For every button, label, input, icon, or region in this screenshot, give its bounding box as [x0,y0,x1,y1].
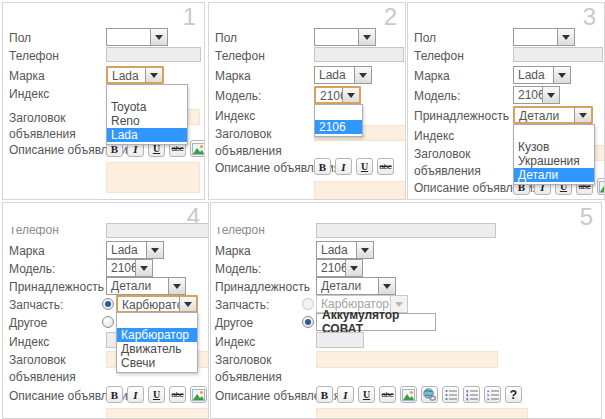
marka-select[interactable]: Lada [106,241,164,259]
strikethrough-button[interactable]: abe [377,158,394,175]
prinadlezhnost-select[interactable]: Детали [513,106,593,124]
chevron-down-icon[interactable] [358,29,375,45]
pol-select[interactable] [106,28,168,46]
dropdown-option[interactable]: Движатель [117,342,197,356]
chevron-down-icon[interactable] [145,68,162,82]
chevron-down-icon[interactable] [342,88,359,102]
marka-select-value: Lada [107,242,146,258]
step-number: 1 [183,3,196,31]
dropdown-option-empty[interactable] [514,125,594,140]
bold-button[interactable]: B [314,158,331,175]
indeks-input[interactable] [316,332,364,348]
pol-select[interactable] [314,28,376,46]
model-select[interactable]: 2106 [513,86,560,104]
marka-select[interactable]: Lada [316,241,374,259]
underline-button[interactable]: U [358,386,375,403]
opisanie-textarea[interactable] [316,408,528,419]
zagolovok-input[interactable] [316,351,498,368]
help-button[interactable]: ? [505,386,522,403]
chevron-down-icon[interactable] [574,108,591,122]
chevron-down-icon[interactable] [146,242,163,258]
marka-label: Марка [9,69,45,83]
bold-button[interactable]: B [106,386,123,403]
dropdown-option-empty[interactable] [315,105,362,120]
zapchast-select[interactable]: Карбюратор [116,295,198,313]
insert-image-button[interactable] [597,178,605,195]
chevron-down-icon[interactable] [168,278,185,294]
prinadlezhnost-label: Принадлежность [215,280,310,294]
dropdown-option[interactable]: Reno [107,114,187,128]
dropdown-option[interactable]: Кузов [514,140,594,154]
opisanie-textarea[interactable] [106,408,209,419]
marka-select[interactable]: Lada [314,66,372,84]
bullet-list-button[interactable] [442,386,459,403]
prinadlezhnost-select-value: Детали [317,278,378,294]
strikethrough-button[interactable]: abe [379,386,396,403]
step-panel-5: 5 Телефон Марка Lada Модель: 2106 Принад… [210,202,602,419]
dropdown-option[interactable]: Свечи [117,356,197,370]
chevron-down-icon[interactable] [553,67,570,83]
underline-button[interactable]: U [356,158,373,175]
pol-select-value [315,29,358,45]
chevron-down-icon[interactable] [150,29,167,45]
chevron-down-icon[interactable] [179,297,196,311]
telefon-input[interactable] [106,47,201,62]
prinadlezhnost-select[interactable]: Детали [106,277,186,295]
editor-toolbar: B I U abe [314,158,394,175]
model-select[interactable]: 2106 [316,259,363,277]
drugoe-input[interactable]: Аккумулятор СОВАТ [316,313,436,331]
chevron-down-icon[interactable] [356,242,373,258]
marka-select[interactable]: Lada [513,66,571,84]
dropdown-option-highlighted[interactable]: Карбюратор [117,328,197,342]
chevron-down-icon[interactable] [135,260,152,276]
dropdown-option-empty[interactable] [107,85,187,100]
telefon-input[interactable] [316,223,496,238]
model-select[interactable]: 2106 [106,259,153,277]
pol-select[interactable] [513,28,575,46]
chevron-down-icon[interactable] [345,260,362,276]
italic-button[interactable]: I [335,158,352,175]
dropdown-option-highlighted[interactable]: Детали [514,168,594,182]
indent-list-button[interactable] [484,386,501,403]
chevron-down-icon[interactable] [542,87,559,103]
editor-toolbar: B I U abe [106,386,207,403]
drugoe-radio[interactable] [102,316,114,328]
zapchast-radio[interactable] [102,298,114,310]
dropdown-option-empty[interactable] [117,313,197,328]
chevron-down-icon[interactable] [557,29,574,45]
dropdown-option[interactable]: Украшения [514,154,594,168]
chevron-down-icon[interactable] [378,278,395,294]
zapchast-dropdown-list: Карбюратор Движатель Свечи [116,312,198,373]
zapchast-label: Запчасть: [215,298,269,312]
indeks-label: Индекс [215,109,255,123]
numbered-list-button[interactable] [463,386,480,403]
dropdown-option-highlighted[interactable]: Lada [107,128,187,142]
dropdown-option[interactable]: Toyota [107,100,187,114]
italic-button[interactable]: I [337,386,354,403]
chevron-down-icon[interactable] [354,67,371,83]
zapchast-radio[interactable] [302,298,314,310]
step-panel-4: 4 Телефон Марка Lada Модель: 2106 Принад… [2,202,209,419]
zagolovok-label-line1: Заголовок [215,353,271,367]
telefon-input[interactable] [106,223,209,238]
strikethrough-button[interactable]: abe [169,386,186,403]
opisanie-textarea[interactable] [106,162,200,193]
underline-button[interactable]: U [148,386,165,403]
insert-image-button[interactable] [190,140,205,157]
insert-image-button[interactable] [190,386,207,403]
pol-select-value [514,29,557,45]
italic-button[interactable]: I [127,386,144,403]
telefon-input[interactable] [314,47,404,62]
bold-button[interactable]: B [316,386,333,403]
marka-select-value: Lada [315,67,354,83]
insert-link-button[interactable] [421,386,438,403]
model-select-value: 2106 [107,260,135,276]
insert-image-button[interactable] [400,386,417,403]
marka-select[interactable]: Lada [106,66,164,84]
telefon-input[interactable] [513,47,603,62]
model-select[interactable]: 2106 [314,86,361,104]
prinadlezhnost-select[interactable]: Детали [316,277,396,295]
opisanie-textarea[interactable] [314,181,406,200]
dropdown-option-highlighted[interactable]: 2106 [315,120,362,134]
drugoe-radio[interactable] [302,316,314,328]
